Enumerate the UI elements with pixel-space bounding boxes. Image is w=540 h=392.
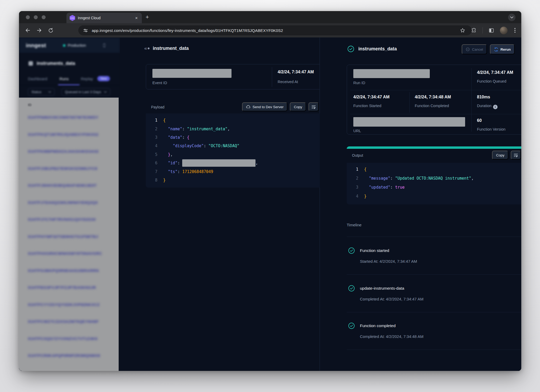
zoom-window-button[interactable] [42,15,46,19]
run-id-list-item[interactable]: 01HTFCSQG7ZYVXNZVC7VT1Z4K6 [28,336,98,341]
code-token [163,135,168,140]
run-id-list-item[interactable]: 01HTFCYYZGYQYGDKJVP82NKXCZ [28,302,100,307]
run-id-list-item[interactable]: 01HTFN86XV8CXW87657W7E3WDY [28,115,98,119]
code-token: true [395,185,404,190]
wrap-text-button[interactable] [511,151,521,160]
copy-payload-button[interactable]: Copy [290,102,306,111]
url-bar[interactable]: app.inngest.com/env/production/functions… [78,25,472,35]
code-line: 5 }, [146,150,331,159]
timeline-check-icon [348,247,355,255]
payload-section: Payload Send to Dev Server Copy [146,101,331,188]
code-token: "Updated OCTO:NASDAQ instrument" [395,176,471,181]
run-id-list-item[interactable]: 01HTFKQT1M7RSJQABEXYF0K0S2 [28,132,98,137]
code-line: 8} [146,176,331,184]
rerun-button[interactable]: Rerun [490,44,515,54]
function-version-label: Function Version [477,127,505,131]
minimize-window-button[interactable] [34,15,38,19]
bookmark-star-icon[interactable] [460,28,465,33]
forward-button[interactable] [36,27,42,33]
wrap-text-icon [311,105,316,109]
reload-button[interactable] [48,28,54,33]
function-started-value: 4/2/24, 7:34:47 AM [353,95,389,99]
chevron-down-icon [510,16,513,18]
code-token: , [170,152,173,157]
close-tab-icon[interactable]: ✕ [134,16,139,21]
environment-chevron-icon[interactable] [103,43,106,47]
run-id-list-item[interactable]: 01HTFJ7DA6Q238SJWNHYE9Q2Q0 [28,200,98,205]
status-filter[interactable]: Status [28,88,55,96]
url-text[interactable]: app.inngest.com/env/production/functions… [92,28,283,33]
inngest-logo-icon [70,15,75,21]
code-token: { [163,118,166,123]
minus-circle-icon [466,47,470,51]
cancel-button[interactable]: Cancel [462,44,487,54]
code-line: 6 "id": , [146,159,331,167]
refresh-icon [494,47,498,52]
timeline-item-title: Function started [360,248,389,253]
card-divider [350,90,521,90]
code-token: "name" [168,127,182,131]
run-id-list-item[interactable]: 01HTFKMBPMD0ZAJ4AG04KD3A02 [28,149,99,154]
card-divider [350,114,521,114]
wrap-text-button[interactable] [308,102,319,111]
browser-menu-icon[interactable] [513,27,517,34]
code-line: 2 "name": "instrument_data", [146,125,331,133]
code-token: "id" [168,161,177,165]
code-token: "OCTO:NASDAQ" [209,144,239,148]
timeline-item-timestamp: Completed At: 4/2/2024, 7:34:47 AM [360,297,423,301]
site-settings-icon[interactable] [83,28,88,33]
back-button[interactable] [25,27,31,33]
payload-code[interactable]: 1{2 "name": "instrument_data",3 "data": … [146,113,331,188]
run-id-list-item[interactable]: 01HTFJ7C7HF7RVN0S1Q3YD2S30 [28,217,96,222]
code-token: : [390,176,395,181]
event-panel: « instrument_data Event ID 4/2/24, 7:34:… [120,37,320,371]
run-id-list-item[interactable]: 01HTFJ9HHVE0BQ48AF4DM13E9T [28,183,97,188]
browser-tab[interactable]: Inngest Cloud ✕ [66,13,142,23]
copy-output-button[interactable]: Copy [492,151,508,160]
timeline-divider [347,350,521,350]
tab-search-button[interactable] [508,14,515,21]
environment-status-dot [63,44,65,47]
toolbar-divider [483,27,483,34]
timeline-item-title: Function completed [360,323,396,328]
run-id-list-item[interactable]: 01HTFG3BKPQ5R9E4A910BRARRN [28,268,99,273]
inngest-logo[interactable]: inngest [26,42,46,49]
new-badge: New [97,76,110,81]
code-token: : [204,144,209,148]
profile-avatar[interactable] [500,27,508,34]
close-window-button[interactable] [26,15,30,19]
new-tab-button[interactable]: + [146,14,149,21]
tab-dashboard[interactable]: Dashboard [28,77,47,81]
output-code[interactable]: 1{2 "message": "Updated OCTO:NASDAQ inst… [347,163,521,204]
payload-label: Payload [151,105,165,109]
code-token: : [390,185,395,190]
window-controls[interactable] [26,15,46,19]
run-id-list-item[interactable]: 01HTFEG3FVJP7FZJP7EA5KN3JR [28,285,96,290]
side-panel-icon[interactable] [489,28,494,33]
function-name: instruments_data [37,61,75,66]
time-range-filter[interactable]: Queued in Last 3 Days [61,88,110,96]
run-id-list-item[interactable]: 01HTFHYWF32TSB9HGTG1F5BTBJ [28,234,98,239]
send-to-dev-server-button[interactable]: Send to Dev Server [242,102,288,111]
run-details-card: Run ID 4/2/24, 7:34:47 AM Function Queue… [347,65,521,135]
chevron-down-icon [48,91,51,93]
run-id-list-item[interactable]: 01HTFCR9KAPQP0R8PZR3MQNMX8 [28,353,100,358]
environment-selector[interactable]: Production [63,43,86,47]
line-number: 3 [146,135,157,140]
run-id-list-item[interactable]: 01HTFCWZ7CZ2X3AZM75QEYNH8F [28,319,99,324]
code-token: , [255,161,258,165]
info-icon[interactable]: i [493,105,498,109]
back-icon [25,27,31,33]
code-line: 1{ [347,165,521,174]
run-id-list-item[interactable]: 01HTFJ3B1PB27EWGK5Z0M6JYC8 [28,166,97,171]
run-id-redacted [353,69,430,78]
check-circle-icon [348,247,355,254]
card-divider [471,68,472,132]
line-number: 2 [146,127,157,131]
runs-filter-bar: Status Queued in Last 3 Days [19,86,120,98]
run-id-label: Run ID [353,81,365,85]
tab-runs[interactable]: Runs [59,77,69,81]
run-id-list-item[interactable]: 01HTFHXGR0CWNHSWY8T5NAVGRC [28,251,102,256]
extensions-icon[interactable] [471,28,477,33]
tab-replay[interactable]: Replay [81,77,93,81]
